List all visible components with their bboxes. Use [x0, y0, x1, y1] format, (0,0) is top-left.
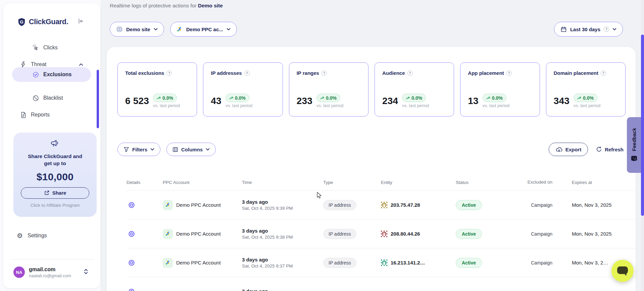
expires-at-value: Mon, Nov 3, 2025 [572, 202, 611, 208]
columns-button[interactable]: Columns [166, 143, 216, 156]
export-button[interactable]: Export [549, 143, 588, 156]
stat-card-audience: Audience 234 0.0% vs. last period [375, 62, 454, 116]
table-header-row: Details PPC Account Time Type Entity Sta… [127, 175, 636, 191]
excluded-on-value: Campaign [531, 231, 552, 237]
help-icon[interactable] [244, 70, 250, 76]
user-info: gmail.com naatali.ro@gmail.com [29, 266, 71, 278]
col-header-entity: Entity [381, 180, 456, 185]
date-range-selector[interactable]: Last 30 days [554, 22, 623, 37]
globe-icon [116, 26, 123, 33]
help-icon[interactable] [321, 70, 327, 76]
google-ads-icon [163, 229, 173, 239]
time-exact: Sat, Oct 4, 2025 9:39 PM [242, 206, 323, 211]
document-icon [19, 111, 27, 118]
sidebar-item-reports[interactable]: Reports [3, 109, 100, 121]
chevron-down-icon [227, 28, 231, 31]
view-details-eye-icon[interactable] [127, 258, 136, 267]
delta-caption: vs. last period [226, 103, 252, 108]
delta-caption: vs. last period [402, 103, 429, 108]
sidebar-item-label: Reports [31, 112, 50, 118]
status-badge: Active [456, 229, 482, 239]
stat-value: 234 [382, 96, 398, 106]
promo-amount: $10,000 [37, 171, 74, 183]
account-menu[interactable]: NA gmail.com naatali.ro@gmail.com [13, 264, 93, 280]
help-icon[interactable] [166, 70, 172, 76]
status-badge: Active [456, 200, 482, 210]
stat-title: Domain placement [554, 70, 598, 76]
table-row: Demo PPC Account 3 days agoSat, Oct 4, 2… [127, 248, 636, 277]
expires-at-value: Mon, Nov 3, 2… [572, 260, 608, 265]
chevron-updown-icon [83, 268, 89, 276]
expires-at-value: Mon, Nov 3, 2025 [572, 231, 611, 237]
subtitle-site-name: Demo site [198, 3, 223, 8]
site-selector[interactable]: Demo site [110, 22, 164, 37]
google-ads-icon [163, 258, 173, 268]
sidebar-item-label: Threat [31, 61, 46, 67]
delta-caption: vs. last period [316, 103, 343, 108]
help-icon[interactable] [407, 70, 413, 76]
gear-icon: ⚙ [16, 232, 23, 239]
columns-icon [172, 147, 178, 152]
time-relative: 3 days ago [242, 257, 323, 262]
sidebar-item-clicks[interactable]: Clicks [3, 42, 100, 54]
table-row: Demo PPC Account 3 days agoSat, Oct 4, 2… [127, 220, 636, 248]
site-selector-label: Demo site [126, 27, 150, 32]
col-header-time: Time [242, 180, 323, 185]
stat-value: 43 [211, 96, 221, 106]
col-header-details: Details [127, 180, 163, 185]
share-button[interactable]: Share [21, 187, 89, 199]
megaphone-icon [50, 139, 60, 150]
sidebar-item-label: Blacklist [43, 95, 63, 101]
sidebar-item-blacklist[interactable]: Blacklist [3, 92, 100, 104]
col-header-expires-at: Expires at [572, 180, 636, 185]
stat-value: 6 523 [125, 96, 149, 106]
refresh-icon [596, 146, 602, 152]
promo-caption: Click to Affiliate Program [31, 203, 80, 208]
selector-row: Demo site Demo PPC ac... Last 30 days [110, 22, 623, 37]
delta-badge: 0.0% [574, 94, 597, 102]
content-card: Total exclusions 6 523 0.0% vs. last per… [107, 47, 636, 291]
stat-card-ip-addresses: IP addresses 43 0.0% vs. last period [203, 62, 283, 116]
chevron-down-icon [150, 148, 154, 151]
feedback-label: Feedback [631, 128, 637, 151]
chevron-down-icon [612, 28, 616, 31]
page-subtitle: Realtime logs of protective actions for … [110, 3, 223, 9]
avatar: NA [13, 266, 25, 278]
cursor-click-icon [32, 44, 39, 51]
chevron-down-icon [206, 148, 210, 151]
chat-launcher-button[interactable] [611, 260, 634, 282]
sidebar-collapse-icon[interactable] [77, 17, 85, 26]
help-icon[interactable] [506, 70, 512, 76]
refresh-button[interactable]: Refresh [594, 143, 626, 156]
stats-row: Total exclusions 6 523 0.0% vs. last per… [117, 62, 626, 116]
page-scrollbar-thumb[interactable] [641, 35, 644, 216]
feedback-tab[interactable]: Feedback [627, 117, 641, 173]
stat-card-total-exclusions: Total exclusions 6 523 0.0% vs. last per… [117, 62, 197, 116]
help-icon[interactable] [601, 70, 606, 76]
affiliate-promo-card[interactable]: Share ClickGuard and get up to $10,000 S… [13, 133, 97, 217]
sidebar-item-label: Settings [28, 233, 47, 239]
delta-badge: 0.0% [153, 94, 177, 102]
date-range-label: Last 30 days [570, 27, 600, 32]
delta-caption: vs. last period [153, 103, 180, 108]
entity-identicon [381, 231, 388, 237]
ban-icon [32, 95, 39, 102]
view-details-eye-icon[interactable] [127, 287, 136, 291]
view-details-eye-icon[interactable] [127, 201, 136, 209]
google-ads-icon [163, 200, 173, 210]
filters-button[interactable]: Filters [117, 143, 160, 156]
trend-up-icon [229, 96, 233, 100]
ppc-account-selector[interactable]: Demo PPC ac... [170, 22, 237, 37]
clickguard-app: ClickGuard. Clicks Threat Exclusions Bla… [0, 0, 644, 291]
stat-value: 233 [297, 96, 312, 106]
sidebar-item-settings[interactable]: ⚙ Settings [3, 230, 100, 242]
stat-title: IP ranges [297, 70, 319, 76]
sidebar-item-label: Clicks [43, 45, 58, 51]
sidebar-item-exclusions[interactable]: Exclusions [12, 67, 91, 82]
col-header-ppc-account: PPC Account [163, 180, 242, 185]
sidebar-scrollbar-thumb[interactable] [97, 70, 99, 128]
account-selector-label: Demo PPC ac... [186, 27, 223, 32]
col-header-status: Status [456, 180, 519, 185]
funnel-icon [123, 147, 129, 152]
view-details-eye-icon[interactable] [127, 230, 136, 238]
